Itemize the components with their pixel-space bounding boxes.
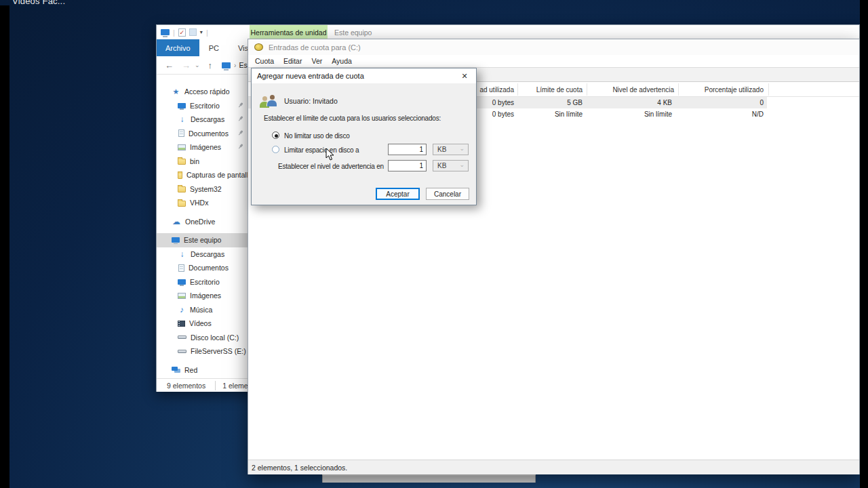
sidebar-item-documentos-pc[interactable]: Documentos (157, 261, 248, 275)
sidebar-item-vhdx[interactable]: VHDx (157, 196, 248, 210)
sidebar-item-este-equipo[interactable]: Este equipo (157, 233, 248, 247)
menu-editar[interactable]: Editar (279, 57, 307, 65)
sidebar-item-acceso-rapido[interactable]: ★ Acceso rápido (157, 85, 248, 99)
cancel-button[interactable]: Cancelar (426, 188, 469, 200)
new-item-icon[interactable] (189, 28, 197, 36)
video-icon (178, 321, 185, 327)
column-header-porcentaje-utilizado[interactable]: Porcentaje utilizado (675, 82, 764, 97)
letterbox-left (0, 5, 9, 488)
dialog-title: Agregar nueva entrada de cuota (257, 72, 364, 80)
desktop-corner-label: Videos Fac... (12, 0, 65, 6)
radio-no-limit[interactable] (272, 131, 279, 139)
warning-unit-select[interactable]: KB ⌄ (433, 160, 469, 171)
sidebar-item-label: Escritorio (190, 102, 220, 110)
folder-icon (178, 201, 186, 207)
pin-icon (236, 101, 245, 110)
chevron-down-icon: ⌄ (459, 161, 465, 168)
menu-ayuda[interactable]: Ayuda (327, 57, 357, 65)
separator: | (173, 28, 175, 37)
warning-value-input[interactable] (388, 160, 427, 171)
chevron-down-icon: ⌄ (459, 145, 465, 152)
column-divider (678, 83, 679, 96)
sidebar-item-label: Red (184, 366, 197, 374)
sidebar-item-bin[interactable]: bin (157, 155, 248, 169)
tab-archivo[interactable]: Archivo (157, 39, 199, 56)
menu-cuota[interactable]: Cuota (248, 57, 279, 65)
sidebar-item-capturas[interactable]: Capturas de pantall (157, 168, 248, 182)
folder-icon (178, 159, 186, 165)
sidebar-item-label: Descargas (191, 115, 224, 123)
explorer-titlebar[interactable]: | ✓ ▾ | Herramientas de unidad Este equi… (157, 25, 859, 39)
quota-window-title: Entradas de cuota para (C:) (269, 43, 361, 52)
sidebar-item-fileserverss-e[interactable]: FileServerSS (E:) (157, 344, 248, 359)
limit-unit-select[interactable]: KB ⌄ (433, 144, 469, 155)
menu-ver[interactable]: Ver (307, 57, 327, 65)
desktop-icon (178, 279, 186, 285)
warning-level-label: Establecer el nivel de advertencia en (278, 163, 384, 170)
pictures-icon (178, 144, 186, 150)
close-icon[interactable]: ✕ (456, 68, 473, 83)
cell-porcentaje-utilizado: N/D (675, 108, 764, 120)
sidebar-item-disco-local-c[interactable]: Disco local (C:) (157, 331, 248, 345)
back-button[interactable]: ← (165, 60, 174, 70)
background-window-edge (322, 474, 536, 483)
accept-button[interactable]: Aceptar (376, 188, 420, 200)
cell-limite-de-cuota: Sin límite (508, 108, 583, 120)
separator: | (206, 28, 208, 37)
sidebar-item-documentos[interactable]: Documentos (157, 127, 248, 141)
sidebar-item-musica[interactable]: ♪ Música (157, 303, 248, 317)
radio-limit-disk-space-label[interactable]: Limitar espacio en disco a (284, 146, 359, 154)
quota-statusbar: 2 elementos, 1 seleccionados. (248, 460, 859, 474)
sidebar-item-escritorio[interactable]: Escritorio (157, 99, 248, 113)
sidebar-item-imagenes-pc[interactable]: Imágenes (157, 289, 248, 303)
sidebar-item-label: Descargas (191, 250, 224, 258)
sidebar-item-descargas-pc[interactable]: ↓ Descargas (157, 247, 248, 262)
person-blue-icon (267, 100, 277, 106)
sidebar-item-label: Disco local (C:) (191, 333, 239, 342)
status-divider (215, 381, 216, 390)
column-header-limite-de-cuota[interactable]: Límite de cuota (508, 82, 583, 97)
selected-user-label: Usuario: Invitado (284, 97, 338, 105)
radio-limit-disk-space[interactable] (272, 146, 279, 153)
column-divider (587, 83, 587, 96)
sidebar-item-system32[interactable]: System32 (157, 182, 248, 197)
sidebar-item-escritorio-pc[interactable]: Escritorio (157, 275, 248, 289)
column-header-nivel-de-advertencia[interactable]: Nivel de advertencia (586, 82, 674, 97)
pin-icon (236, 129, 245, 138)
drive-icon (178, 336, 186, 339)
sidebar-item-label: VHDx (190, 199, 208, 207)
sidebar-item-label: Documentos (189, 129, 229, 138)
sidebar-item-descargas[interactable]: ↓ Descargas (157, 113, 248, 127)
up-button[interactable]: ↑ (208, 60, 213, 70)
folder-icon (178, 186, 186, 192)
sidebar-item-label: OneDrive (185, 218, 215, 226)
warning-unit-value: KB (437, 162, 446, 169)
radio-no-limit-label[interactable]: No limitar uso de disco (284, 132, 350, 140)
properties-icon[interactable]: ✓ (178, 28, 186, 37)
breadcrumb-separator-icon[interactable]: › (234, 62, 236, 69)
document-icon (178, 129, 184, 137)
quota-titlebar[interactable]: Entradas de cuota para (C:) (248, 39, 859, 55)
quota-coin-icon (254, 43, 263, 51)
recent-locations-chevron-icon[interactable]: ⌄ (195, 62, 200, 68)
pin-icon (236, 142, 245, 151)
quick-access-toolbar: | ✓ ▾ | (161, 25, 208, 39)
limit-value-input[interactable] (388, 144, 427, 155)
sidebar-item-imagenes[interactable]: Imágenes (157, 140, 248, 155)
sidebar-item-videos[interactable]: Vídeos (157, 317, 248, 331)
dialog-titlebar[interactable]: Agregar nueva entrada de cuota ✕ (252, 68, 476, 83)
computer-icon (172, 237, 180, 243)
add-quota-dialog: Agregar nueva entrada de cuota ✕ Usuario… (251, 68, 477, 205)
sidebar-item-red[interactable]: Red (157, 363, 248, 378)
explorer-window-title: Este equipo (334, 25, 372, 39)
chevron-down-icon[interactable]: ▾ (200, 29, 203, 35)
desktop: Videos Fac... | ✓ ▾ | Herramientas de un… (0, 0, 868, 488)
forward-button[interactable]: → (182, 60, 191, 70)
tab-pc[interactable]: PC (199, 39, 229, 56)
drive-tools-contextual-tab[interactable]: Herramientas de unidad (250, 25, 328, 39)
sidebar-item-label: Vídeos (189, 319, 212, 327)
sidebar-item-onedrive[interactable]: ☁ OneDrive (157, 215, 248, 229)
limit-unit-value: KB (437, 146, 446, 153)
breadcrumb[interactable]: Es (239, 61, 247, 69)
computer-icon[interactable] (161, 29, 170, 35)
